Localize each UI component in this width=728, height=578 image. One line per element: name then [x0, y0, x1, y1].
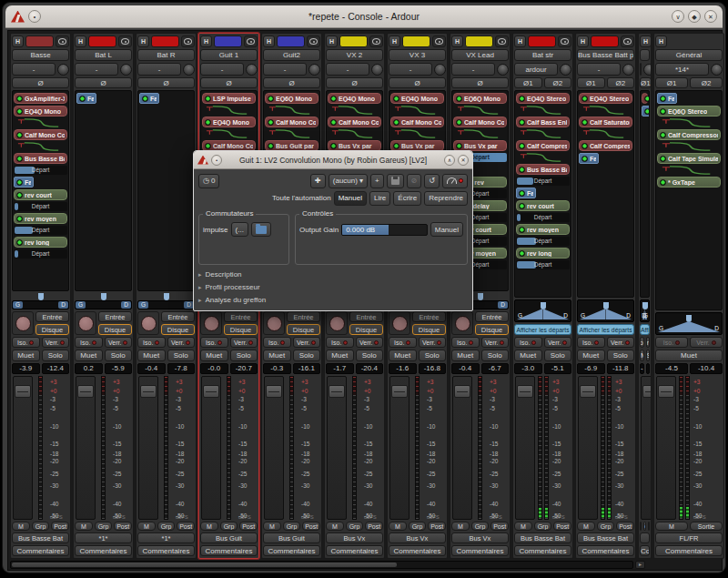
trim-knob[interactable]	[622, 64, 634, 76]
gain-fader[interactable]	[452, 376, 472, 520]
fader-thumb[interactable]	[391, 385, 408, 398]
monitor-disk-button[interactable]: Disque	[475, 324, 509, 335]
processor-active-led[interactable]	[581, 143, 588, 149]
strip-color-bar[interactable]	[88, 35, 116, 47]
monitor-disk-button[interactable]: Disque	[161, 324, 195, 335]
pan-handle[interactable]	[101, 293, 106, 300]
phase-invert-button[interactable]: Ø	[451, 77, 509, 88]
meter-point-button[interactable]: Post	[239, 522, 258, 531]
fader-thumb[interactable]	[580, 385, 596, 398]
stereo-panner[interactable]: G D	[514, 299, 571, 322]
trim-knob[interactable]	[434, 64, 446, 76]
phase-invert-button[interactable]: Ø1	[640, 77, 652, 88]
strip-color-bar[interactable]	[214, 35, 242, 47]
processor-active-led[interactable]	[268, 143, 274, 149]
strip-color-bar[interactable]	[339, 35, 368, 47]
mute-button[interactable]: Muet	[12, 350, 40, 361]
peak-display[interactable]: -7.8	[167, 363, 196, 374]
group-button[interactable]: Grp	[220, 522, 238, 531]
stereo-panner[interactable]: G D	[640, 299, 650, 322]
processor-rev-long[interactable]: rev long	[14, 237, 67, 248]
strip-name-button[interactable]: VX 3	[389, 49, 446, 61]
monitor-disk-button[interactable]: Disque	[35, 324, 69, 335]
phase-invert-button[interactable]: Ø	[200, 77, 258, 88]
processor-active-led[interactable]	[519, 203, 525, 209]
gain-display[interactable]: -1.7	[326, 363, 354, 374]
output-routing-button[interactable]: FL/FR	[655, 532, 723, 543]
processor-box[interactable]	[640, 90, 650, 298]
metering-point-button[interactable]	[558, 35, 571, 47]
processor-fader[interactable]: Fader	[579, 153, 599, 164]
metering-point-button[interactable]	[432, 35, 446, 47]
phase-invert-button[interactable]: Ø	[12, 77, 69, 88]
strip-name-button[interactable]	[640, 49, 650, 61]
mute-button[interactable]: Muet	[655, 350, 723, 361]
solo-lock-button[interactable]: Verr.	[356, 337, 384, 348]
metering-button[interactable]: M	[389, 522, 407, 531]
processor-box[interactable]: Fader	[75, 90, 132, 291]
record-arm-button[interactable]	[389, 311, 410, 335]
processor-active-led[interactable]	[268, 96, 274, 102]
meter-point-button[interactable]: Post	[114, 522, 132, 531]
gain-fader[interactable]	[201, 376, 221, 520]
solo-lock-button[interactable]: Verr.	[607, 337, 635, 348]
bypass-button[interactable]	[442, 174, 468, 188]
gain-display[interactable]: 0.2	[75, 363, 103, 374]
show-sends-button[interactable]: Afficher les départs	[640, 324, 650, 335]
group-button[interactable]: Grp	[32, 522, 50, 531]
processor-active-led[interactable]	[660, 179, 666, 186]
monitor-disk-button[interactable]: Disque	[412, 324, 446, 335]
output-routing-button[interactable]: Bus Vx	[451, 532, 509, 543]
processor-calf-bass-enhanc[interactable]: Calf Bass Enhanc	[516, 117, 570, 127]
gain-fader[interactable]	[138, 376, 158, 520]
input-button[interactable]: -	[451, 63, 495, 76]
monitor-input-button[interactable]: Entrée	[412, 311, 446, 322]
gain-display[interactable]: -4.5	[655, 363, 688, 374]
phase-invert-button[interactable]: Ø2	[544, 77, 572, 88]
metering-button[interactable]: M	[640, 522, 642, 531]
input-button[interactable]: -	[12, 63, 56, 76]
send-level-control[interactable]: Départ	[516, 213, 570, 222]
expander-description[interactable]: ▸ Description	[198, 269, 468, 280]
fader-thumb[interactable]	[15, 385, 31, 398]
output-routing-button[interactable]: *1*	[75, 532, 132, 543]
strip-name-button[interactable]: Guit2	[263, 49, 320, 61]
record-arm-button[interactable]	[12, 311, 34, 335]
processor-eq4q-mono[interactable]: EQ4Q Mono	[202, 117, 256, 127]
trim-knob[interactable]	[183, 64, 195, 76]
processor-active-led[interactable]	[16, 192, 23, 198]
meter-point-button[interactable]: Post	[51, 522, 69, 531]
output-point-button[interactable]: Sortie	[690, 522, 723, 531]
processor-active-led[interactable]	[205, 119, 211, 126]
strip-name-button[interactable]: Guit 1	[200, 49, 258, 61]
pan-knob[interactable]: G D	[75, 293, 132, 309]
latency-button[interactable]: ◷ 0	[198, 174, 219, 188]
processor-plugin[interactable]	[642, 93, 648, 104]
gain-automation-button[interactable]: Manuel	[430, 222, 463, 237]
solo-button[interactable]: Solo	[481, 350, 510, 361]
processor-active-led[interactable]	[268, 119, 274, 126]
solo-isolate-button[interactable]: Iso.	[137, 337, 166, 348]
processor-rev-court[interactable]: rev court	[14, 189, 67, 200]
peak-display[interactable]: -12.4	[42, 363, 70, 374]
automation-play-button[interactable]: Lire	[369, 191, 390, 206]
strip-name-button[interactable]: Bat str	[514, 49, 571, 61]
metering-button[interactable]: M	[75, 522, 93, 531]
solo-lock-button[interactable]: Verr.	[544, 337, 572, 348]
pan-knob[interactable]: G D	[137, 293, 195, 309]
meter-point-button[interactable]: Post	[428, 522, 446, 531]
gain-display[interactable]: -2	[640, 363, 644, 374]
hide-strip-button[interactable]: H	[263, 35, 275, 47]
gain-display[interactable]: -3.9	[12, 363, 40, 374]
send-level-control[interactable]: Départ	[14, 226, 67, 235]
strip-name-button[interactable]: Général	[655, 49, 723, 61]
gain-fader[interactable]	[641, 376, 652, 520]
gain-fader[interactable]	[389, 376, 410, 520]
automation-write-button[interactable]: Écrire	[393, 191, 421, 206]
impulse-file-button[interactable]: (...	[231, 222, 248, 237]
metering-point-button[interactable]	[244, 35, 258, 47]
processor-active-led[interactable]	[330, 143, 337, 149]
pan-knob[interactable]: G D	[12, 293, 69, 309]
record-arm-button[interactable]	[451, 311, 473, 335]
send-level-control[interactable]: Départ	[516, 237, 570, 246]
